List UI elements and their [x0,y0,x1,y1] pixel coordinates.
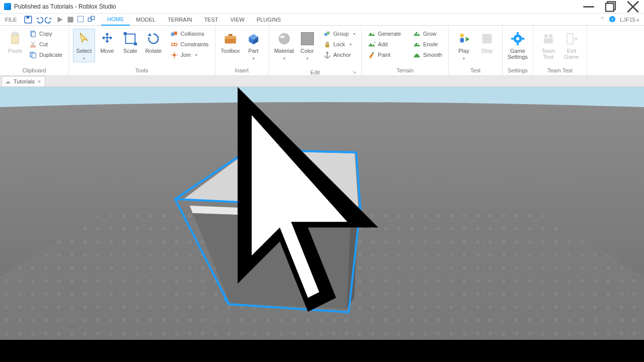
anchor-button[interactable]: Anchor [321,50,358,60]
tab-plugins[interactable]: PLUGINS [251,14,287,25]
group-label-tools: Tools [73,66,211,74]
copy-icon [29,30,37,38]
paste-icon [8,31,23,46]
tab-home[interactable]: HOME [101,14,130,26]
svg-rect-8 [77,16,83,22]
constraints-button[interactable]: Constraints [169,39,211,49]
team-test-label-2: Test [543,54,553,60]
tab-model[interactable]: MODEL [130,14,162,25]
stop-button[interactable]: Stop [476,29,498,56]
qat-undo-icon[interactable] [34,15,43,24]
group-label-terrain: Terrain [366,66,444,74]
select-label: Select [76,48,92,54]
group-button[interactable]: Group [321,29,358,39]
svg-point-30 [173,53,176,56]
constraints-label: Constraints [181,41,209,47]
generate-icon [368,30,375,38]
svg-rect-49 [482,34,492,44]
toolbox-button[interactable]: Toolbox [219,29,242,56]
qat-select-icon[interactable] [76,15,86,24]
qat-redo-icon[interactable] [45,15,54,24]
copy-button[interactable]: Copy [27,29,64,39]
collisions-label: Collisions [181,31,204,37]
smooth-button[interactable]: Smooth [411,50,444,60]
svg-text:?: ? [611,16,614,22]
quick-access-toolbar [22,15,98,24]
move-button[interactable]: Move [96,29,118,56]
tab-view[interactable]: VIEW [224,14,251,25]
viewport-3d[interactable] [0,87,644,340]
game-settings-button[interactable]: GameSettings [507,29,529,61]
document-tab[interactable]: ☁ Tutorials × [2,76,45,86]
add-button[interactable]: +Add [366,39,403,49]
toolbox-icon [223,31,238,46]
collapse-ribbon-icon[interactable]: ⌃ [600,16,605,23]
paint-icon [368,51,375,59]
user-menu[interactable]: LJF15 ▾ [620,17,639,23]
exit-game-button[interactable]: ExitGame [560,29,583,61]
game-settings-label-2: Settings [508,54,528,60]
collisions-button[interactable]: Collisions [169,29,211,39]
select-icon [76,31,92,46]
anchor-icon [324,51,331,59]
svg-rect-52 [517,32,519,35]
cut-icon [29,41,37,48]
svg-rect-53 [517,43,519,45]
svg-rect-41 [327,31,330,34]
exit-game-label-2: Game [564,54,579,60]
group-label-insert: Insert [219,66,265,74]
erode-button[interactable]: Erode [411,39,444,49]
game-settings-label-1: Game [510,48,525,54]
file-menu[interactable]: FILE [0,14,22,25]
color-button[interactable]: Color ▾ [296,29,318,62]
maximize-button[interactable] [600,0,622,14]
grow-label: Grow [423,31,436,37]
rotate-icon [146,31,161,46]
material-button[interactable]: Material ▾ [273,29,295,62]
play-label: Play [458,48,469,54]
paint-button[interactable]: Paint [366,50,403,60]
qat-save-icon[interactable] [24,15,33,24]
scale-button[interactable]: Scale [119,29,141,56]
minimize-button[interactable] [578,0,600,14]
generate-button[interactable]: Generate [366,29,403,39]
svg-rect-55 [522,38,524,40]
paste-button[interactable]: Paste [4,29,26,56]
ribbon-group-insert: Toolbox Part ▾ Insert [215,26,269,75]
qat-group-icon[interactable] [87,15,96,24]
edit-launcher-icon[interactable]: ↘ [273,69,358,74]
qat-stop-icon[interactable] [66,15,75,24]
svg-rect-42 [325,44,329,47]
qat-play-icon[interactable] [55,15,64,24]
help-icon[interactable]: ? [609,16,616,24]
team-test-label-1: Team [541,48,555,54]
duplicate-button[interactable]: Duplicate [27,50,64,60]
lock-button[interactable]: Lock [321,39,358,49]
play-button[interactable]: Play ▾ [453,29,475,62]
scale-label: Scale [123,48,137,54]
ribbon-tabs: HOME MODEL TERRAIN TEST VIEW PLUGINS [101,14,287,25]
svg-point-18 [33,45,35,47]
part-button[interactable]: Part ▾ [243,29,265,62]
svg-rect-48 [460,38,464,42]
grow-button[interactable]: Grow [411,29,444,39]
join-button[interactable]: Join [169,50,211,60]
rotate-button[interactable]: Rotate [142,29,165,56]
group-label-teamtest: Team Test [537,66,583,74]
svg-rect-23 [125,34,135,44]
constraints-icon [171,41,178,48]
select-button[interactable]: Select ▾ [73,29,95,62]
team-test-button[interactable]: TeamTest [537,29,559,61]
svg-rect-27 [174,31,177,35]
titlebar: Published as Tutorials - Roblox Studio [0,0,644,14]
svg-rect-16 [32,32,36,36]
svg-rect-14 [13,32,17,35]
svg-rect-25 [134,43,137,46]
erode-label: Erode [423,41,438,47]
tab-terrain[interactable]: TERRAIN [162,14,198,25]
tab-test[interactable]: TEST [198,14,224,25]
close-tab-icon[interactable]: × [38,78,41,84]
cut-button[interactable]: Cut [27,39,64,49]
smooth-label: Smooth [423,52,442,58]
close-button[interactable] [622,0,644,14]
